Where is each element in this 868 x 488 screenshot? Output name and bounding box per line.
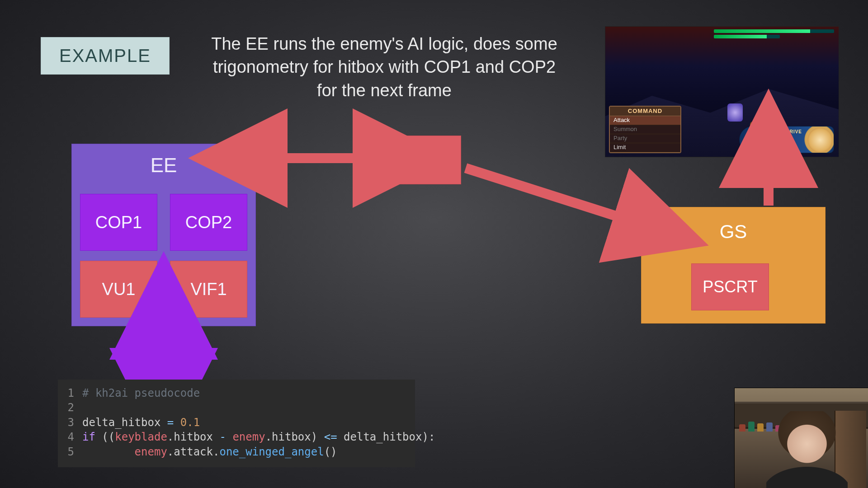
line-number: 1	[66, 386, 74, 400]
slide: EXAMPLE The EE runs the enemy's AI logic…	[0, 0, 868, 488]
presenter-silhouette	[766, 411, 848, 488]
code-line: 2	[66, 400, 407, 415]
code-line: 3 delta_hitbox = 0.1	[66, 415, 407, 430]
line-number: 5	[66, 445, 74, 459]
code-line: 4 if ((keyblade.hitbox - enemy.hitbox) <…	[66, 430, 407, 444]
pseudocode-block: 1 # kh2ai pseudocode 2 3 delta_hitbox = …	[58, 380, 415, 467]
line-number: 3	[66, 415, 74, 430]
presenter-webcam	[734, 388, 868, 488]
arrow-gif-gs	[466, 168, 633, 221]
code-line: 1 # kh2ai pseudocode	[66, 386, 407, 400]
code-line: 5 enemy.attack.one_winged_angel()	[66, 445, 407, 459]
code-comment: # kh2ai pseudocode	[82, 386, 200, 400]
line-number: 2	[66, 400, 74, 415]
line-number: 4	[66, 430, 74, 444]
